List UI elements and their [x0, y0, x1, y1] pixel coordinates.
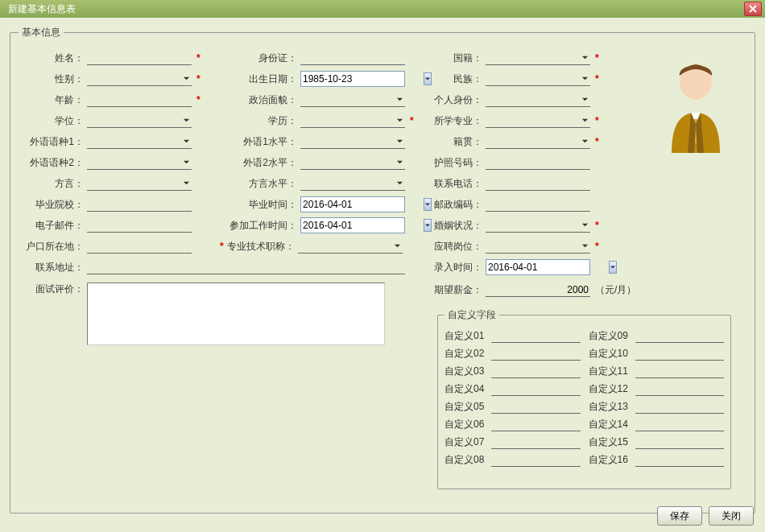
birthdate-picker[interactable] — [300, 71, 405, 87]
email-input[interactable] — [87, 218, 192, 233]
custom-field-label: 自定义13 — [589, 400, 635, 414]
native-place-label: 籍贯： — [425, 135, 486, 149]
education-select[interactable] — [300, 113, 405, 128]
custom-field-input[interactable] — [491, 435, 581, 449]
interview-textarea[interactable] — [87, 282, 385, 345]
personal-id-select[interactable] — [486, 93, 590, 107]
lang2-select[interactable] — [87, 155, 192, 170]
protitle-select[interactable] — [298, 239, 403, 254]
custom-field-label: 自定义10 — [589, 347, 635, 361]
marital-select[interactable] — [486, 218, 590, 233]
position-select[interactable] — [486, 239, 590, 254]
custom-field-6: 自定义06 — [445, 417, 581, 431]
required-icon: * — [192, 73, 201, 85]
major-select[interactable] — [486, 113, 590, 128]
school-label: 毕业院校： — [19, 198, 87, 212]
idcard-label: 身份证： — [220, 52, 300, 65]
close-icon[interactable] — [744, 2, 762, 16]
custom-field-4: 自定义04 — [445, 381, 581, 396]
custom-field-14: 自定义14 — [589, 417, 725, 431]
ethnicity-select[interactable] — [486, 72, 590, 86]
custom-field-3: 自定义03 — [445, 364, 581, 378]
custom-field-input[interactable] — [491, 399, 581, 414]
address-input[interactable] — [87, 260, 405, 274]
lang1-select[interactable] — [87, 134, 192, 149]
nationality-label: 国籍： — [425, 52, 486, 65]
custom-field-input[interactable] — [491, 346, 581, 361]
calendar-dropdown-icon[interactable] — [609, 261, 617, 274]
phone-input[interactable] — [486, 176, 590, 191]
grad-date-picker[interactable] — [300, 196, 405, 212]
gender-label: 性别： — [19, 72, 87, 86]
hukou-input[interactable] — [87, 239, 192, 254]
custom-field-input[interactable] — [635, 452, 725, 467]
work-date-label: 参加工作时间： — [220, 219, 300, 233]
lang2level-select[interactable] — [300, 155, 405, 170]
interview-label: 面试评价： — [19, 282, 87, 296]
custom-field-7: 自定义07 — [445, 435, 581, 449]
custom-field-13: 自定义13 — [589, 399, 725, 414]
custom-field-input[interactable] — [635, 417, 725, 431]
lang1level-select[interactable] — [300, 134, 405, 149]
custom-field-label: 自定义09 — [589, 329, 635, 343]
entry-date-picker[interactable] — [486, 259, 590, 275]
gender-select[interactable] — [87, 72, 192, 86]
custom-field-input[interactable] — [491, 417, 581, 431]
age-input[interactable] — [87, 93, 192, 107]
education-label: 学历： — [220, 114, 300, 128]
entry-date-input[interactable] — [488, 262, 609, 273]
salary-input[interactable] — [486, 282, 590, 297]
custom-field-input[interactable] — [635, 328, 725, 343]
basic-info-legend: 基本信息 — [19, 26, 64, 39]
close-button[interactable]: 关闭 — [709, 506, 754, 526]
custom-field-1: 自定义01 — [445, 328, 581, 343]
custom-field-input[interactable] — [635, 435, 725, 449]
personal-id-label: 个人身份： — [425, 93, 486, 107]
custom-field-label: 自定义01 — [445, 329, 491, 343]
lang1-label: 外语语种1： — [19, 135, 87, 149]
dialect-select[interactable] — [87, 176, 192, 191]
custom-field-5: 自定义05 — [445, 399, 581, 414]
dialect-label: 方言： — [19, 177, 87, 191]
birthdate-input[interactable] — [303, 73, 424, 85]
required-icon: * — [590, 136, 599, 147]
lang1level-label: 外语1水平： — [220, 135, 300, 149]
zipcode-input[interactable] — [486, 197, 590, 212]
save-button[interactable]: 保存 — [657, 506, 702, 526]
custom-field-15: 自定义15 — [589, 435, 725, 449]
politics-select[interactable] — [300, 93, 405, 107]
custom-field-label: 自定义02 — [445, 347, 491, 361]
birthdate-label: 出生日期： — [220, 72, 300, 86]
custom-fields-group: 自定义字段 自定义01自定义09自定义02自定义10自定义03自定义11自定义0… — [437, 308, 731, 489]
passport-input[interactable] — [486, 155, 590, 170]
name-input[interactable] — [87, 51, 192, 65]
protitle-label: 专业技术职称： — [224, 240, 298, 254]
native-place-select[interactable] — [486, 134, 590, 149]
salary-unit-label: （元/月） — [590, 283, 636, 297]
nationality-select[interactable] — [486, 51, 590, 65]
custom-field-input[interactable] — [491, 452, 581, 467]
idcard-input[interactable] — [300, 51, 405, 65]
required-icon: * — [405, 115, 414, 126]
required-icon: * — [590, 52, 599, 64]
dialect-level-label: 方言水平： — [220, 177, 300, 191]
school-input[interactable] — [87, 197, 192, 212]
grad-date-input[interactable] — [303, 199, 424, 210]
work-date-input[interactable] — [303, 220, 424, 231]
phone-label: 联系电话： — [425, 177, 486, 191]
custom-field-input[interactable] — [491, 381, 581, 396]
address-label: 联系地址： — [19, 261, 87, 274]
custom-field-input[interactable] — [635, 346, 725, 361]
custom-field-input[interactable] — [491, 364, 581, 378]
degree-select[interactable] — [87, 113, 192, 128]
custom-field-input[interactable] — [491, 328, 581, 343]
custom-field-input[interactable] — [635, 399, 725, 414]
titlebar: 新建基本信息表 — [0, 0, 765, 18]
custom-field-input[interactable] — [635, 381, 725, 396]
custom-field-label: 自定义11 — [589, 365, 635, 378]
name-label: 姓名： — [19, 52, 87, 65]
work-date-picker[interactable] — [300, 217, 405, 233]
dialect-level-select[interactable] — [300, 176, 405, 191]
custom-field-label: 自定义04 — [445, 382, 491, 396]
custom-field-input[interactable] — [635, 364, 725, 378]
